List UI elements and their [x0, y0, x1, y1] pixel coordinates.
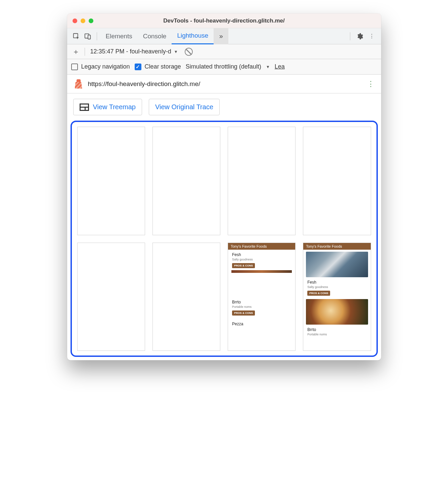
tab-lighthouse[interactable]: Lighthouse	[172, 28, 214, 44]
filmstrip-frame[interactable]	[152, 243, 220, 351]
food-title: Brrto	[232, 300, 291, 304]
toolbar-divider-right	[350, 32, 350, 40]
checkbox-empty-icon	[71, 64, 78, 70]
food-subtitle: Salty goodness	[232, 258, 291, 261]
legacy-navigation-label: Legacy navigation	[81, 63, 130, 70]
treemap-icon	[80, 103, 89, 111]
view-treemap-button[interactable]: View Treemap	[73, 99, 142, 115]
panel-toolbar: Elements Console Lighthouse » ⋮	[67, 28, 381, 44]
filmstrip-frame[interactable]	[152, 127, 220, 235]
view-trace-label: View Original Trace	[155, 103, 213, 111]
inspect-element-icon[interactable]	[71, 31, 82, 42]
svg-rect-2	[88, 35, 90, 39]
food-card: Pezza	[228, 317, 295, 328]
food-subtitle: Salty goodness	[307, 285, 366, 289]
pros-cons-button: PROS & CONS	[232, 263, 255, 268]
settings-gear-icon[interactable]	[354, 30, 366, 42]
device-toggle-icon[interactable]	[82, 31, 93, 42]
food-image	[306, 299, 368, 325]
filmstrip-frame[interactable]: Tony's Favorite Foods Fesh Salty goodnes…	[303, 243, 371, 351]
food-title: Fesh	[307, 280, 366, 285]
tab-elements[interactable]: Elements	[100, 28, 138, 44]
food-title: Pezza	[232, 322, 291, 326]
food-card: Fesh Salty goodness PROS & CONS	[303, 277, 370, 297]
pros-cons-button: PROS & CONS	[232, 310, 255, 316]
filmstrip-frame[interactable]	[77, 243, 145, 351]
dropdown-triangle-icon: ▼	[266, 65, 270, 69]
devtools-window: DevTools - foul-heavenly-direction.glitc…	[67, 13, 381, 360]
page-header: Tony's Favorite Foods	[303, 243, 370, 250]
options-bar: Legacy navigation ✓ Clear storage Simula…	[67, 59, 381, 75]
report-selector-bar: ＋ 12:35:47 PM - foul-heavenly-d ▼	[67, 44, 381, 59]
food-subtitle: Portable noms	[307, 333, 366, 336]
food-title: Brrto	[307, 327, 366, 332]
dropdown-triangle-icon: ▼	[174, 49, 178, 54]
filmstrip-frame[interactable]	[228, 127, 296, 235]
action-bar: View Treemap View Original Trace	[67, 93, 381, 115]
view-original-trace-button[interactable]: View Original Trace	[149, 99, 220, 115]
more-vert-icon[interactable]: ⋮	[366, 30, 378, 42]
food-image	[306, 252, 368, 277]
pros-cons-button: PROS & CONS	[307, 291, 330, 296]
throttling-select[interactable]: Simulated throttling (default)	[186, 63, 261, 70]
filmstrip-highlight: Tony's Favorite Foods Fesh Salty goodnes…	[71, 121, 378, 357]
tab-overflow[interactable]: »	[214, 28, 228, 44]
filmstrip-frame[interactable]: Tony's Favorite Foods Fesh Salty goodnes…	[228, 243, 296, 351]
food-card: Fesh Salty goodness PROS & CONS	[228, 250, 295, 269]
food-image-placeholder	[231, 270, 292, 273]
food-title: Fesh	[232, 252, 291, 257]
lighthouse-icon	[74, 79, 83, 89]
report-selected-label: 12:35:47 PM - foul-heavenly-d	[90, 48, 171, 55]
audited-url: https://foul-heavenly-direction.glitch.m…	[88, 80, 362, 88]
food-card: Brrto Portable noms	[303, 325, 370, 339]
clear-reports-icon[interactable]	[185, 48, 193, 56]
learn-more-link[interactable]: Lea	[275, 63, 285, 70]
clear-storage-label: Clear storage	[145, 63, 181, 70]
report-menu-icon[interactable]: ⋮	[367, 80, 374, 88]
clear-storage-checkbox[interactable]: ✓ Clear storage	[135, 63, 181, 70]
window-title: DevTools - foul-heavenly-direction.glitc…	[67, 17, 381, 24]
legacy-navigation-checkbox[interactable]: Legacy navigation	[71, 63, 130, 70]
page-header: Tony's Favorite Foods	[228, 243, 295, 250]
new-report-icon[interactable]: ＋	[71, 46, 81, 57]
url-bar: https://foul-heavenly-direction.glitch.m…	[67, 75, 381, 93]
tab-console[interactable]: Console	[138, 28, 172, 44]
view-treemap-label: View Treemap	[93, 103, 136, 111]
toolbar-divider	[97, 32, 97, 40]
titlebar: DevTools - foul-heavenly-direction.glitc…	[67, 13, 381, 28]
throttling-label: Simulated throttling (default)	[186, 63, 261, 70]
filmstrip-frame[interactable]	[77, 127, 145, 235]
checkbox-checked-icon: ✓	[135, 64, 141, 70]
food-card: Brrto Portable noms PROS & CONS	[228, 297, 295, 317]
report-dropdown[interactable]: 12:35:47 PM - foul-heavenly-d ▼	[90, 48, 178, 55]
food-subtitle: Portable noms	[232, 305, 291, 308]
filmstrip-frame[interactable]	[303, 127, 371, 235]
